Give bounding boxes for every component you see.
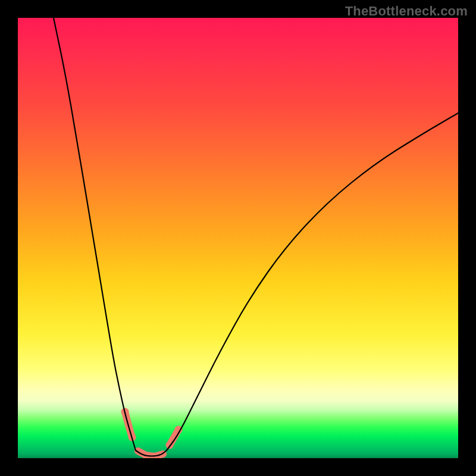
bottleneck-curve: [54, 18, 458, 456]
chart-frame: TheBottleneck.com: [0, 0, 476, 476]
curve-svg: [18, 18, 458, 458]
plot-area: [18, 18, 458, 458]
watermark-text: TheBottleneck.com: [345, 4, 468, 19]
